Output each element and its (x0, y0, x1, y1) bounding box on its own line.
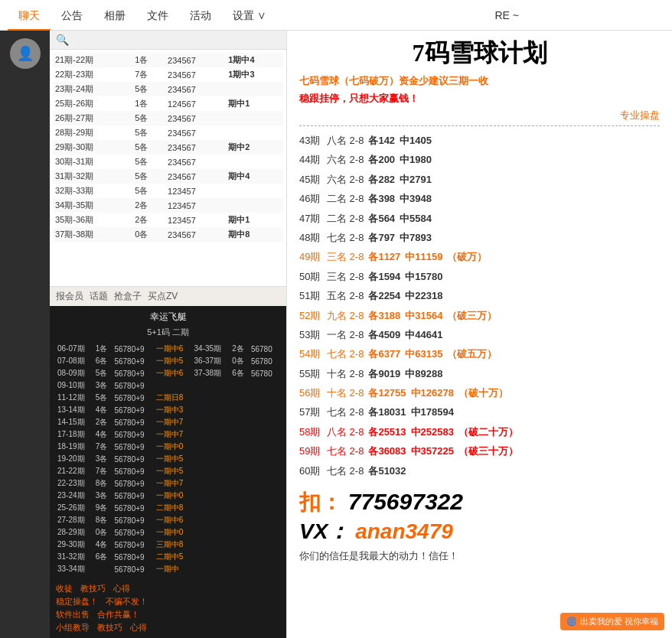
results-list: 43期 八名 2-8 各142 中1405 44期 六名 2-8 各200 中1… (299, 131, 660, 480)
nav-activities[interactable]: 活动 (179, 0, 222, 31)
result-row: 57期 七名 2-8 各18031 中178594 (299, 402, 660, 422)
nav-notice[interactable]: 公告 (51, 0, 93, 31)
search-icon: 🔍 (56, 34, 69, 46)
result-row: 60期 七名 2-8 各51032 (299, 461, 660, 480)
toolbar-box[interactable]: 抢盒子 (114, 290, 142, 303)
vx-id: anan3479 (355, 519, 453, 543)
label-stable: 稳定操盘！ (56, 596, 98, 607)
result-row: 52期 九名 2-8 各3188 中31564 （破三万） (299, 306, 660, 325)
lucky-table-row: 08-09期5各56780+9一期中637-38期6各56780 (56, 367, 280, 379)
lucky-table-row: 14-15期2各56780+9一期中7 (56, 416, 280, 428)
chat-table-row: 22期-23期 7各 234567 1期中3 (53, 67, 283, 82)
footer-text: 你们的信任是我最大的动力！信任！ (299, 549, 660, 563)
lucky-section: 幸运飞艇 5+1码 二期 06-07期1各56780+9一期中634-35期2各… (50, 306, 286, 580)
result-row: 46期 二名 2-8 各398 中3948 (299, 189, 660, 208)
lucky-table-row: 18-19期7各56780+9一期中0 (56, 441, 280, 453)
lucky-table-row: 21-22期7各56780+9一期中5 (56, 465, 280, 477)
lucky-table-row: 13-14期4各56780+9一期中3 (56, 404, 280, 416)
intro-text-2: 稳跟挂停，只想大家赢钱！ (299, 91, 660, 107)
toolbar-join[interactable]: 报会员 (56, 290, 83, 303)
nav-album[interactable]: 相册 (93, 0, 136, 31)
label-collect: 收徒 (56, 583, 73, 594)
toolbar-topic[interactable]: 话题 (90, 290, 108, 303)
label-exp2: 心得 (130, 622, 147, 633)
chat-table-row: 32期-33期 5各 123457 (53, 184, 283, 198)
nav-files[interactable]: 文件 (136, 0, 179, 31)
chat-panel: 🔍 21期-22期 1各 234567 1期中4 22期-23期 7各 2345… (50, 31, 287, 638)
result-row: 47期 二名 2-8 各564 中5584 (299, 209, 660, 228)
lucky-table-row: 22-23期8各56780+9一期中7 (56, 477, 280, 490)
bottom-row-4: 小组教导 教技巧 心得 (56, 622, 280, 633)
bottom-labels: 收徒 教技巧 心得 稳定操盘！ 不骗不发！ 软件出售 合作共赢！ 小组教导 教技… (50, 580, 286, 638)
chat-table-row: 30期-31期 5各 234567 (53, 155, 283, 169)
chat-table-area[interactable]: 21期-22期 1各 234567 1期中4 22期-23期 7各 234567… (50, 50, 286, 286)
label-skill: 教技巧 (80, 583, 106, 594)
result-row: 56期 十名 2-8 各12755 中126278 （破十万） (299, 383, 660, 402)
lucky-table-row: 17-18期4各56780+9一期中7 (56, 428, 280, 441)
lucky-table-row: 28-29期0各56780+9一期中0 (56, 526, 280, 539)
user-avatar[interactable]: 👤 (10, 38, 41, 69)
intro-text-1: 七码雪球（七码破万）资金少建议三期一收 (299, 73, 660, 90)
result-row: 53期 一名 2-8 各4509 中44641 (299, 325, 660, 344)
bottom-row-2: 稳定操盘！ 不骗不发！ (56, 596, 280, 607)
lucky-subtitle: 5+1码 二期 (56, 327, 280, 338)
toolbar-buy[interactable]: 买点ZV (148, 290, 178, 303)
left-sidebar: 👤 (0, 31, 50, 638)
contact-section: 扣： 775697322 VX： anan3479 你们的信任是我最大的动力！信… (299, 488, 660, 563)
chat-table-row: 31期-32期 5各 234567 期中4 (53, 169, 283, 184)
top-nav: 聊天 公告 相册 文件 活动 设置 ∨ RE ~ (0, 0, 672, 31)
result-row: 43期 八名 2-8 各142 中1405 (299, 131, 660, 150)
lucky-table-row: 25-26期9各56780+9二期中8 (56, 502, 280, 514)
chat-table-row: 25期-26期 1各 124567 期中1 (53, 96, 283, 111)
chat-table: 21期-22期 1各 234567 1期中4 22期-23期 7各 234567… (53, 53, 283, 242)
right-content[interactable]: 7码雪球计划 七码雪球（七码破万）资金少建议三期一收 稳跟挂停，只想大家赢钱！ … (287, 31, 672, 638)
result-row: 50期 三名 2-8 各1594 中15780 (299, 267, 660, 286)
result-row: 58期 八名 2-8 各25513 中252583 （破二十万） (299, 422, 660, 441)
lucky-title: 幸运飞艇 (56, 311, 280, 324)
label-exp: 心得 (113, 583, 130, 594)
nav-settings[interactable]: 设置 ∨ (222, 0, 277, 31)
result-row: 45期 六名 2-8 各282 中2791 (299, 170, 660, 189)
nav-chat[interactable]: 聊天 (8, 0, 51, 31)
result-row: 48期 七名 2-8 各797 中7893 (299, 228, 660, 247)
lucky-table-row: 06-07期1各56780+9一期中634-35期2各56780 (56, 343, 280, 355)
chat-toolbar: 报会员 话题 抢盒子 买点ZV (50, 286, 286, 306)
result-row: 55期 十名 2-8 各9019 中89288 (299, 364, 660, 383)
pro-badge: 专业操盘 (299, 109, 660, 126)
lucky-table-row: 23-24期3各56780+9一期中0 (56, 490, 280, 502)
search-area: 🔍 (50, 31, 286, 50)
lucky-table-row: 31-32期6各56780+9二期中5 (56, 551, 280, 563)
result-row: 51期 五名 2-8 各2254 中22318 (299, 286, 660, 305)
label-skill2: 教技巧 (97, 622, 122, 633)
lucky-table-row: 27-28期8各56780+9一期中6 (56, 514, 280, 526)
lucky-table-row: 11-12期5各56780+9二期日8 (56, 392, 280, 404)
result-row: 54期 七名 2-8 各6377 中63135 （破五万） (299, 344, 660, 363)
result-row: 59期 七名 2-8 各36083 中357225 （破三十万） (299, 441, 660, 461)
bottom-row-1: 收徒 教技巧 心得 (56, 583, 280, 594)
bottom-row-3: 软件出售 合作共赢！ (56, 609, 280, 620)
watermark: 🌀 出卖我的爱 祝你幸福 (560, 613, 664, 630)
lucky-table-row: 29-30期4各56780+9三期中8 (56, 539, 280, 551)
chat-table-row: 35期-36期 2各 123457 期中1 (53, 213, 283, 227)
page-title: 7码雪球计划 (299, 38, 660, 67)
qq-number: 775697322 (348, 489, 463, 514)
result-row: 44期 六名 2-8 各200 中1980 (299, 150, 660, 169)
label-group: 小组教导 (56, 622, 90, 633)
contact-vx: VX： anan3479 (299, 517, 660, 546)
label-software: 软件出售 (56, 609, 90, 620)
chat-table-row: 21期-22期 1各 234567 1期中4 (53, 53, 283, 67)
main-layout: 👤 🔍 21期-22期 1各 234567 1期中4 22期-23期 7各 23… (0, 31, 672, 638)
lucky-table-row: 19-20期3各56780+9一期中5 (56, 453, 280, 465)
weibo-icon: 🌀 (566, 617, 577, 627)
chat-table-row: 26期-27期 5各 234567 (53, 111, 283, 125)
lucky-table-row: 33-34期56780+9一期中 (56, 563, 280, 575)
chat-table-row: 37期-38期 0各 234567 期中8 (53, 227, 283, 242)
label-coop: 合作共赢！ (97, 609, 139, 620)
lucky-table-row: 07-08期6各56780+9一期中536-37期0各56780 (56, 355, 280, 367)
result-row: 49期 三名 2-8 各1127 中11159 （破万） (299, 247, 660, 266)
chat-table-row: 23期-24期 5各 234567 (53, 82, 283, 96)
chat-table-row: 28期-29期 5各 234567 (53, 125, 283, 140)
chat-table-row: 29期-30期 5各 234567 期中2 (53, 140, 283, 155)
contact-qq: 扣： 775697322 (299, 488, 660, 517)
nav-re-label: RE ~ (494, 0, 519, 31)
